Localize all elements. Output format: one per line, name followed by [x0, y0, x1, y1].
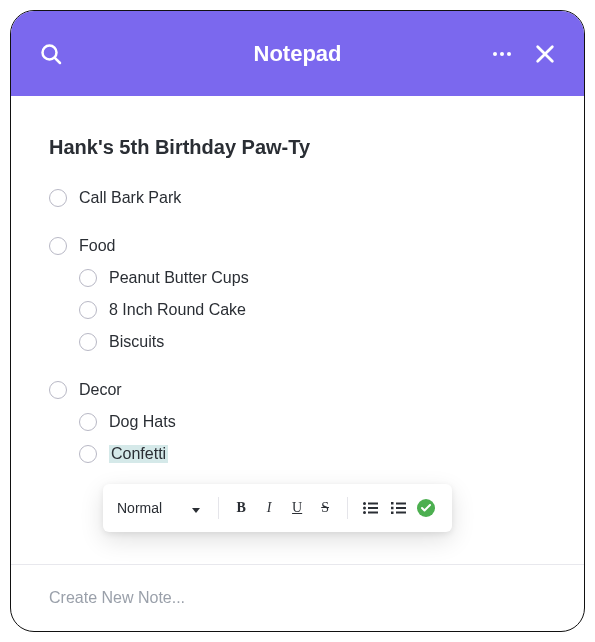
italic-button[interactable]: I	[257, 496, 281, 520]
more-icon[interactable]	[490, 42, 514, 66]
svg-rect-15	[391, 507, 394, 510]
underline-button[interactable]: U	[285, 496, 309, 520]
svg-rect-16	[396, 507, 406, 509]
style-label: Normal	[117, 500, 162, 516]
svg-point-11	[363, 511, 366, 514]
divider	[218, 497, 219, 519]
svg-rect-18	[396, 512, 406, 514]
svg-rect-17	[391, 512, 394, 515]
checklist: Call Bark Park Food Peanut Butter Cups 8…	[49, 189, 546, 463]
list-item[interactable]: Food	[49, 237, 546, 255]
close-icon[interactable]	[534, 43, 556, 65]
format-toolbar: Normal B I U S	[103, 484, 452, 532]
chevron-down-icon	[192, 500, 200, 516]
svg-rect-14	[396, 503, 406, 505]
note-content: Hank's 5th Birthday Paw-Ty Call Bark Par…	[11, 96, 584, 564]
numbered-list-button[interactable]	[386, 496, 410, 520]
checkbox[interactable]	[79, 445, 97, 463]
checkbox[interactable]	[79, 301, 97, 319]
checkbox[interactable]	[79, 333, 97, 351]
item-label: 8 Inch Round Cake	[109, 301, 246, 319]
list-item[interactable]: Confetti	[79, 445, 546, 463]
item-label-selected: Confetti	[109, 445, 168, 463]
note-title[interactable]: Hank's 5th Birthday Paw-Ty	[49, 136, 546, 159]
bold-button[interactable]: B	[229, 496, 253, 520]
svg-point-2	[493, 52, 497, 56]
divider	[347, 497, 348, 519]
svg-point-9	[363, 507, 366, 510]
item-label: Food	[79, 237, 115, 255]
text-style-select[interactable]: Normal	[117, 500, 208, 516]
header-bar: Notepad	[11, 11, 584, 96]
strikethrough-button[interactable]: S	[313, 496, 337, 520]
svg-point-7	[363, 502, 366, 505]
app-title: Notepad	[119, 41, 476, 67]
svg-point-3	[500, 52, 504, 56]
list-item[interactable]: Dog Hats	[79, 413, 546, 431]
item-label: Call Bark Park	[79, 189, 181, 207]
svg-rect-13	[391, 502, 394, 505]
list-item[interactable]: Call Bark Park	[49, 189, 546, 207]
checkbox[interactable]	[49, 189, 67, 207]
list-item[interactable]: 8 Inch Round Cake	[79, 301, 546, 319]
new-note-input[interactable]	[49, 589, 546, 607]
svg-point-4	[507, 52, 511, 56]
bullet-list-button[interactable]	[358, 496, 382, 520]
footer	[11, 564, 584, 631]
checkbox[interactable]	[49, 381, 67, 399]
item-label: Dog Hats	[109, 413, 176, 431]
svg-line-1	[55, 57, 60, 62]
list-item[interactable]: Peanut Butter Cups	[79, 269, 546, 287]
search-icon[interactable]	[39, 42, 63, 66]
confirm-button[interactable]	[414, 496, 438, 520]
list-item[interactable]: Biscuits	[79, 333, 546, 351]
checkbox[interactable]	[49, 237, 67, 255]
list-item[interactable]: Decor	[49, 381, 546, 399]
checkbox[interactable]	[79, 413, 97, 431]
svg-rect-10	[368, 507, 378, 509]
svg-rect-12	[368, 512, 378, 514]
item-label: Biscuits	[109, 333, 164, 351]
item-label: Peanut Butter Cups	[109, 269, 249, 287]
checkbox[interactable]	[79, 269, 97, 287]
svg-rect-8	[368, 503, 378, 505]
check-circle-icon	[417, 499, 435, 517]
notepad-window: Notepad Hank's 5th Birthday Paw-Ty	[10, 10, 585, 632]
item-label: Decor	[79, 381, 122, 399]
